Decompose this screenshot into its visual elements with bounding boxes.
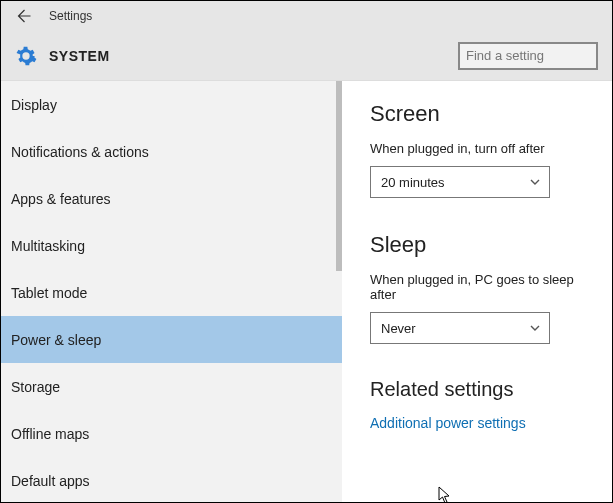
back-button[interactable] xyxy=(11,4,35,28)
sidebar-item-label: Notifications & actions xyxy=(11,144,149,160)
screen-timeout-dropdown[interactable]: 20 minutes xyxy=(370,166,550,198)
sleep-plugged-label: When plugged in, PC goes to sleep after xyxy=(370,272,588,302)
main-panel: Screen When plugged in, turn off after 2… xyxy=(342,81,612,502)
sidebar-item-label: Display xyxy=(11,97,57,113)
sidebar-item-label: Apps & features xyxy=(11,191,111,207)
cursor-icon xyxy=(438,486,454,502)
sidebar: Display Notifications & actions Apps & f… xyxy=(1,81,342,502)
sidebar-item-label: Tablet mode xyxy=(11,285,87,301)
titlebar: Settings xyxy=(1,1,612,31)
chevron-down-icon xyxy=(529,322,541,334)
sidebar-item-apps[interactable]: Apps & features xyxy=(1,175,342,222)
gear-icon xyxy=(15,45,37,67)
back-arrow-icon xyxy=(14,7,32,25)
sidebar-item-label: Offline maps xyxy=(11,426,89,442)
window-title: Settings xyxy=(49,9,92,23)
sidebar-item-label: Storage xyxy=(11,379,60,395)
sidebar-item-storage[interactable]: Storage xyxy=(1,363,342,410)
sidebar-item-label: Power & sleep xyxy=(11,332,101,348)
sidebar-item-display[interactable]: Display xyxy=(1,81,342,128)
sidebar-item-label: Default apps xyxy=(11,473,90,489)
sidebar-item-notifications[interactable]: Notifications & actions xyxy=(1,128,342,175)
content: Display Notifications & actions Apps & f… xyxy=(1,81,612,502)
sidebar-item-label: Multitasking xyxy=(11,238,85,254)
page-title: SYSTEM xyxy=(49,48,110,64)
header-left: SYSTEM xyxy=(15,45,110,67)
sidebar-item-offline-maps[interactable]: Offline maps xyxy=(1,410,342,457)
additional-power-link[interactable]: Additional power settings xyxy=(370,415,588,431)
sidebar-item-power-sleep[interactable]: Power & sleep xyxy=(1,316,342,363)
related-heading: Related settings xyxy=(370,378,588,401)
chevron-down-icon xyxy=(529,176,541,188)
search-placeholder: Find a setting xyxy=(466,48,544,63)
sidebar-item-multitasking[interactable]: Multitasking xyxy=(1,222,342,269)
sleep-timeout-dropdown[interactable]: Never xyxy=(370,312,550,344)
search-input[interactable]: Find a setting xyxy=(458,42,598,70)
screen-plugged-label: When plugged in, turn off after xyxy=(370,141,588,156)
sleep-timeout-value: Never xyxy=(381,321,416,336)
header: SYSTEM Find a setting xyxy=(1,31,612,81)
sleep-heading: Sleep xyxy=(370,232,588,258)
screen-timeout-value: 20 minutes xyxy=(381,175,445,190)
sidebar-item-default-apps[interactable]: Default apps xyxy=(1,457,342,502)
screen-heading: Screen xyxy=(370,101,588,127)
sidebar-item-tablet[interactable]: Tablet mode xyxy=(1,269,342,316)
